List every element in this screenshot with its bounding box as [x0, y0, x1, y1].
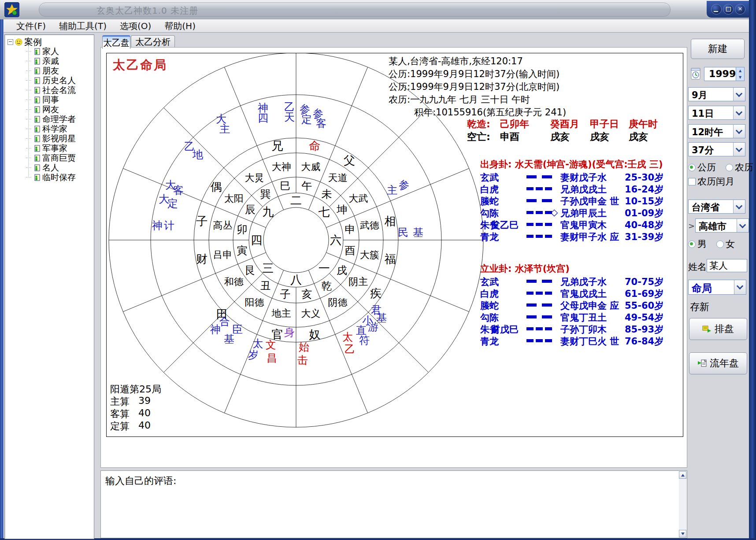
- menu-item-3[interactable]: 帮助(H): [158, 20, 202, 32]
- panel-title: 太乙命局: [113, 57, 167, 74]
- city-select[interactable]: 高雄市: [695, 218, 749, 233]
- lunar-radio[interactable]: [726, 164, 733, 171]
- person-doc-icon: [33, 96, 40, 104]
- sidebar-item-9[interactable]: 影视明星: [26, 134, 76, 144]
- chart-type-select[interactable]: 命局: [688, 280, 746, 295]
- sidebar-item-12[interactable]: 名人: [26, 163, 59, 173]
- comment-box[interactable]: 输入自己的评语:: [100, 470, 687, 538]
- tree-branch-line: [26, 119, 31, 120]
- year-value: 1999: [709, 68, 736, 79]
- menu-item-2[interactable]: 选项(O): [113, 20, 158, 32]
- tree-branch-line: [26, 138, 31, 139]
- tab-taiyipan[interactable]: 太乙盘: [102, 35, 130, 49]
- window-frame-left: [0, 19, 4, 540]
- hour-select[interactable]: 12时午: [688, 124, 745, 138]
- sidebar-item-0[interactable]: 家人: [26, 47, 59, 56]
- chart-label: 四: [251, 233, 262, 247]
- chart-label: 定: [167, 197, 178, 210]
- age-range: 70-75岁: [625, 276, 663, 288]
- chart-label: 财: [196, 252, 208, 266]
- person-doc-icon: [33, 155, 40, 162]
- yang-line-symbol: [526, 223, 552, 226]
- scroll-down-button[interactable]: [679, 530, 686, 537]
- chevron-down-icon[interactable]: [733, 125, 745, 138]
- scroll-up-button[interactable]: [679, 471, 686, 479]
- chart-label: 卯: [237, 223, 247, 236]
- sidebar-item-4[interactable]: 社会名流: [26, 85, 76, 95]
- chevron-down-icon[interactable]: [733, 143, 745, 156]
- hexagram-header-1: 立业卦: 水泽节(坎宫): [480, 263, 570, 275]
- minimize-button[interactable]: [711, 4, 722, 15]
- chart-label: 高丛: [213, 220, 232, 231]
- year-spin-buttons[interactable]: ▲▼: [736, 67, 744, 81]
- leap-month-checkbox[interactable]: [688, 178, 696, 185]
- sidebar-item-2[interactable]: 朋友: [26, 66, 59, 76]
- taiyi-panel: 二七六一八三四九巳午未坤申酉戌乾亥子丑艮寅卯辰巽大神大威天道大武武德大簇阴主阴德…: [100, 47, 687, 468]
- chevron-down-icon[interactable]: [734, 280, 746, 294]
- sidebar-item-7[interactable]: 命理学者: [26, 115, 76, 124]
- chevron-down-icon[interactable]: [733, 200, 745, 213]
- sidebar-item-6[interactable]: 网友: [26, 105, 59, 115]
- month-select[interactable]: 9月: [688, 87, 745, 101]
- sidebar-item-5[interactable]: 同事: [26, 95, 59, 105]
- yin-line-symbol: [526, 280, 552, 283]
- menu-item-0[interactable]: 文件(F): [10, 20, 52, 32]
- year-spinner[interactable]: 1999 ▲▼: [704, 67, 745, 81]
- menu-item-1[interactable]: 辅助工具(T): [52, 20, 113, 32]
- sidebar-item-8[interactable]: 科学家: [26, 124, 67, 134]
- age-range: 61-69岁: [625, 288, 663, 300]
- chart-label: 大神: [272, 161, 291, 172]
- chart-label: 辰: [245, 203, 256, 216]
- chart-label: 四: [258, 112, 268, 124]
- province-value: 台湾省: [692, 201, 719, 214]
- tree-collapse-icon[interactable]: [7, 39, 13, 45]
- tab-taiyifenxi[interactable]: 太乙分析: [131, 35, 175, 48]
- name-field[interactable]: [707, 259, 747, 272]
- hexagram-row: 白虎兄弟戊戌土16-24岁: [480, 183, 674, 194]
- gender-radios: 男 女: [688, 238, 735, 250]
- sidebar-item-3[interactable]: 历史名人: [26, 76, 76, 85]
- chevron-down-icon[interactable]: [733, 88, 745, 101]
- chevron-down-icon[interactable]: [737, 219, 749, 232]
- sidebar-item-10[interactable]: 军事家: [26, 144, 67, 153]
- minute-select[interactable]: 37分: [688, 142, 745, 156]
- province-select[interactable]: 台湾省: [688, 200, 745, 214]
- paipan-button[interactable]: 排盘: [689, 318, 747, 340]
- age-range: 49-54岁: [625, 311, 663, 324]
- titlebar[interactable]: 玄奥太乙神数1.0 未注册 ×: [0, 0, 756, 20]
- comment-scrollbar[interactable]: [679, 471, 686, 537]
- chart-sector-line: [308, 67, 367, 210]
- hexagram-row: 白虎官鬼戊戌土61-69岁: [480, 288, 674, 298]
- hexagram-header-0: 出身卦: 水天需(坤宫-游魂)(受气宫:壬戌 三): [480, 158, 663, 170]
- male-radio[interactable]: [688, 240, 696, 248]
- tree-branch-line: [26, 70, 31, 71]
- sidebar-item-1[interactable]: 亲戚: [26, 56, 59, 66]
- chart-label: 神: [210, 323, 221, 336]
- bazi-value: 癸酉月: [550, 118, 579, 131]
- six-god-label: 青龙: [480, 335, 499, 348]
- new-button[interactable]: 新建: [691, 39, 745, 59]
- chevron-down-icon[interactable]: [733, 106, 745, 119]
- maximize-button[interactable]: [723, 4, 734, 15]
- chart-label: 计: [164, 219, 174, 232]
- day-select[interactable]: 11日: [688, 106, 745, 120]
- liunian-button[interactable]: 流年盘: [689, 352, 747, 374]
- solar-radio[interactable]: [688, 164, 696, 171]
- info-line-1: 公历:1999年9月9日12时37分(输入时间): [389, 68, 566, 81]
- sidebar-item-13[interactable]: 临时保存: [26, 173, 76, 182]
- sidebar-item-11[interactable]: 富商巨贾: [26, 153, 76, 163]
- window-frame-bottom: [0, 538, 756, 540]
- bazi-value: 申酉: [500, 130, 519, 144]
- chart-label: 巳: [280, 180, 291, 192]
- tree-root[interactable]: 案例: [7, 37, 42, 47]
- female-label: 女: [726, 238, 735, 250]
- line-text: 兄弟戊子水: [560, 276, 607, 288]
- person-doc-icon: [33, 77, 40, 84]
- female-radio[interactable]: [716, 240, 724, 248]
- chart-label: 未: [321, 188, 332, 200]
- leap-month-label: 农历闰月: [697, 175, 734, 188]
- close-button[interactable]: ×: [735, 4, 745, 15]
- hexagram-row: 青龙妻财丁巳火 世76-84岁: [480, 335, 674, 346]
- age-range: 40-48岁: [625, 219, 663, 231]
- window-title: 玄奥太乙神数1.0 未注册: [96, 5, 198, 17]
